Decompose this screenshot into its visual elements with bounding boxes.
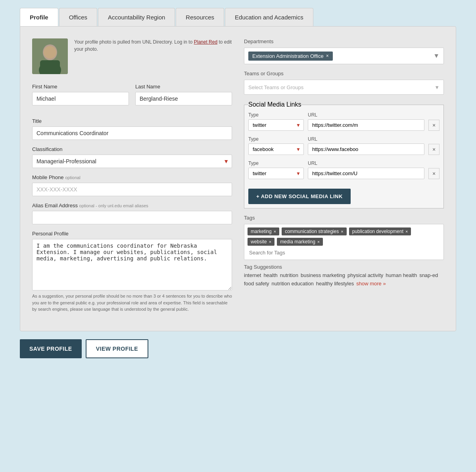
- social-url-group-2: URL: [308, 136, 424, 155]
- svg-rect-4: [40, 60, 60, 74]
- social-remove-btn-3[interactable]: ×: [428, 168, 440, 179]
- personal-profile-label: Personal Profile: [32, 231, 232, 237]
- tab-resources[interactable]: Resources: [176, 8, 224, 26]
- personal-profile-hint: As a suggestion, your personal profile s…: [32, 293, 232, 313]
- tag-pub-dev-label: publication development: [352, 229, 403, 234]
- tag-suggestions-label: Tag Suggestions: [244, 264, 444, 270]
- teams-dropdown-icon: ▼: [434, 84, 440, 90]
- social-url-group-1: URL: [308, 112, 424, 131]
- personal-profile-group: Personal Profile I am the communications…: [32, 231, 232, 313]
- tag-suggestion-food-safety[interactable]: food safety: [244, 281, 269, 287]
- tags-row: marketing × communication strategies × p…: [248, 227, 440, 246]
- social-type-group-3: Type twitter facebook instagram ▼: [248, 161, 304, 179]
- right-column: Departments Extension Administration Off…: [244, 38, 444, 319]
- tab-education[interactable]: Education and Academics: [225, 8, 313, 26]
- add-social-button[interactable]: + ADD NEW SOCIAL MEDIA LINK: [248, 189, 351, 204]
- teams-placeholder: Select Teams or Groups: [248, 84, 303, 90]
- departments-dropdown-icon: ▼: [433, 52, 440, 59]
- social-url-label-1: URL: [308, 112, 424, 118]
- save-profile-button[interactable]: SAVE PROFILE: [20, 339, 82, 358]
- teams-select[interactable]: Select Teams or Groups ▼: [244, 80, 444, 95]
- tag-suggestion-healthy-lifestyles[interactable]: healthy lifestyles: [316, 281, 354, 287]
- tab-profile[interactable]: Profile: [20, 8, 58, 26]
- social-url-input-1[interactable]: [308, 119, 424, 131]
- tag-pub-dev-remove[interactable]: ×: [405, 229, 408, 234]
- tag-media-mktg-label: media marketing: [280, 239, 315, 245]
- last-name-input[interactable]: [135, 92, 232, 105]
- social-url-input-3[interactable]: [308, 168, 424, 179]
- social-type-select-3[interactable]: twitter facebook instagram: [248, 168, 304, 179]
- two-col-layout: Your profile photo is pulled from UNL Di…: [32, 38, 444, 319]
- departments-select[interactable]: Extension Administration Office × ▼: [244, 48, 444, 64]
- tag-comm-strat-remove[interactable]: ×: [341, 229, 343, 234]
- tabs-bar: Profile Offices Accountability Region Re…: [20, 8, 456, 26]
- tag-media-mktg-remove[interactable]: ×: [317, 239, 320, 244]
- last-name-group: Last Name: [135, 84, 232, 105]
- social-row-2: Type twitter facebook instagram ▼: [248, 136, 440, 155]
- mobile-phone-input[interactable]: [32, 183, 232, 196]
- first-name-group: First Name: [32, 84, 129, 105]
- first-name-label: First Name: [32, 84, 129, 90]
- view-profile-button[interactable]: VIEW PROFILE: [86, 339, 148, 358]
- svg-point-3: [44, 46, 56, 59]
- tags-search-input[interactable]: [248, 249, 440, 256]
- bottom-bar: SAVE PROFILE VIEW PROFILE: [20, 331, 456, 362]
- show-more-link[interactable]: show more »: [356, 281, 386, 287]
- social-row-1: Type twitter facebook instagram ▼: [248, 112, 440, 131]
- tag-suggestion-nutrition-education[interactable]: nutrition education: [272, 281, 314, 287]
- tag-suggestion-human-health[interactable]: human health: [386, 272, 417, 278]
- tag-suggestion-nutrition[interactable]: nutrition: [280, 272, 298, 278]
- tag-suggestion-snap-ed[interactable]: snap-ed: [419, 272, 438, 278]
- tag-marketing: marketing ×: [248, 227, 279, 235]
- alias-email-input[interactable]: [32, 211, 232, 224]
- social-url-input-2[interactable]: [308, 143, 424, 155]
- social-type-select-2[interactable]: twitter facebook instagram: [248, 143, 304, 155]
- social-type-group-1: Type twitter facebook instagram ▼: [248, 112, 304, 131]
- planet-red-link[interactable]: Planet Red: [194, 39, 217, 45]
- social-row-3: Type twitter facebook instagram ▼: [248, 161, 440, 179]
- department-tag-remove[interactable]: ×: [326, 53, 329, 59]
- departments-label: Departments: [244, 38, 444, 44]
- tag-website-label: website: [251, 239, 267, 245]
- tag-website-remove[interactable]: ×: [269, 239, 271, 244]
- social-type-label-1: Type: [248, 112, 304, 118]
- profile-photo-row: Your profile photo is pulled from UNL Di…: [32, 38, 232, 74]
- content-area: Your profile photo is pulled from UNL Di…: [20, 26, 456, 331]
- mobile-phone-group: Mobile Phone optional: [32, 174, 232, 196]
- classification-label: Classification: [32, 146, 232, 152]
- tag-publication-development: publication development ×: [349, 227, 411, 235]
- alias-email-group: Alias Email Address optional - only unl.…: [32, 203, 232, 224]
- tag-marketing-remove[interactable]: ×: [274, 229, 276, 234]
- social-media-fieldset: Social Media Links Type twitter facebook…: [244, 101, 444, 208]
- tag-suggestion-business-marketing[interactable]: business marketing: [301, 272, 345, 278]
- tab-accountability-region[interactable]: Accountability Region: [98, 8, 175, 26]
- tag-comm-strat-label: communication strategies: [285, 229, 339, 234]
- tab-offices[interactable]: Offices: [59, 8, 97, 26]
- title-input[interactable]: [32, 126, 232, 140]
- page-wrapper: Profile Offices Accountability Region Re…: [20, 8, 456, 362]
- tag-suggestion-physical-activity[interactable]: physical activity: [347, 272, 383, 278]
- tag-suggestion-health[interactable]: health: [263, 272, 277, 278]
- social-url-label-3: URL: [308, 161, 424, 166]
- social-type-label-2: Type: [248, 136, 304, 142]
- social-type-group-2: Type twitter facebook instagram ▼: [248, 136, 304, 155]
- mobile-phone-label: Mobile Phone optional: [32, 174, 232, 180]
- classification-select[interactable]: Managerial-Professional Faculty Staff: [32, 155, 232, 168]
- tags-label: Tags: [244, 215, 444, 221]
- social-remove-btn-1[interactable]: ×: [428, 120, 440, 131]
- department-tag-label: Extension Administration Office: [252, 53, 324, 59]
- tags-container: marketing × communication strategies × p…: [244, 224, 444, 260]
- tag-suggestion-internet[interactable]: internet: [244, 272, 261, 278]
- social-url-group-3: URL: [308, 161, 424, 179]
- tag-website: website ×: [248, 238, 274, 246]
- social-type-select-1[interactable]: twitter facebook instagram: [248, 119, 304, 131]
- first-name-input[interactable]: [32, 92, 129, 105]
- profile-photo: [32, 38, 68, 74]
- name-row: First Name Last Name: [32, 84, 232, 112]
- social-type-wrapper-3: twitter facebook instagram ▼: [248, 168, 304, 179]
- personal-profile-textarea[interactable]: I am the communications coordinator for …: [32, 239, 232, 290]
- alias-email-label: Alias Email Address optional - only unl.…: [32, 203, 232, 208]
- social-type-label-3: Type: [248, 161, 304, 166]
- profile-photo-description: Your profile photo is pulled from UNL Di…: [74, 38, 232, 53]
- social-remove-btn-2[interactable]: ×: [428, 144, 440, 155]
